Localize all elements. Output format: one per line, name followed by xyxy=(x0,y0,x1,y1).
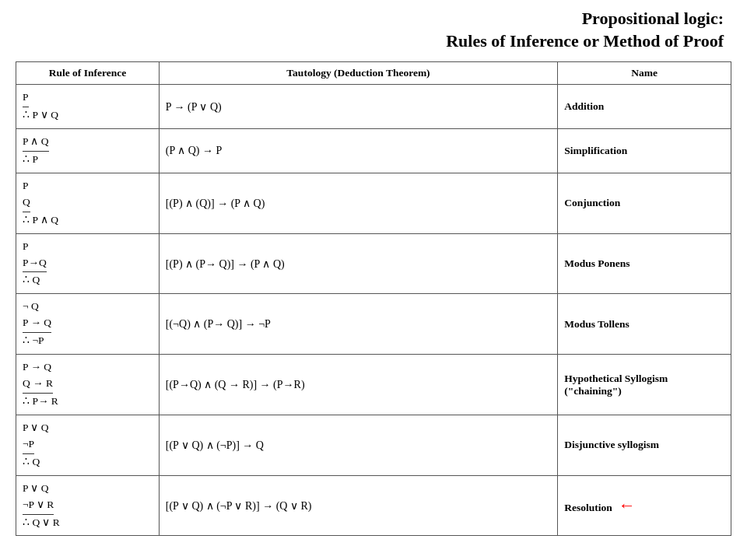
page-container: Propositional logic: Rules of Inference … xyxy=(0,0,747,551)
name-cell: Resolution← xyxy=(558,475,731,536)
name-cell: Modus Ponens xyxy=(558,233,731,294)
name-cell: Addition xyxy=(558,85,731,129)
taut-cell: [(P→Q) ∧ (Q → R)] → (P→R) xyxy=(159,355,557,415)
rule-cell: PQ∴ P ∧ Q xyxy=(16,173,160,233)
red-arrow-icon: ← xyxy=(619,495,636,516)
rule-cell: P ∧ Q∴ P xyxy=(16,129,160,173)
rule-cell: P ∨ Q¬P∴ Q xyxy=(16,415,160,475)
name-cell: Simplification xyxy=(558,129,731,173)
table-row: P∴ P ∨ QP → (P ∨ Q)Addition xyxy=(16,85,731,129)
taut-cell: P → (P ∨ Q) xyxy=(159,85,557,129)
table-row: P ∨ Q¬P ∨ R∴ Q ∨ R[(P ∨ Q) ∧ (¬P ∨ R)] →… xyxy=(16,475,731,536)
name-cell: Disjunctive syllogism xyxy=(558,415,731,475)
table-row: ¬ QP → Q∴ ¬P[(¬Q) ∧ (P→ Q)] → ¬PModus To… xyxy=(16,294,731,355)
page-title: Propositional logic: Rules of Inference … xyxy=(16,8,731,52)
taut-cell: [(P) ∧ (P→ Q)] → (P ∧ Q) xyxy=(159,233,557,294)
rule-cell: PP→Q∴ Q xyxy=(16,233,160,294)
rule-cell: ¬ QP → Q∴ ¬P xyxy=(16,294,160,355)
table-row: P ∨ Q¬P∴ Q[(P ∨ Q) ∧ (¬P)] → QDisjunctiv… xyxy=(16,415,731,475)
name-cell: Hypothetical Syllogism("chaining") xyxy=(558,355,731,415)
inference-table: Rule of Inference Tautology (Deduction T… xyxy=(16,61,731,536)
header-name: Name xyxy=(558,62,731,85)
title-line1: Propositional logic: xyxy=(582,9,724,28)
table-header-row: Rule of Inference Tautology (Deduction T… xyxy=(16,62,731,85)
name-cell: Modus Tollens xyxy=(558,294,731,355)
table-row: P ∧ Q∴ P(P ∧ Q) → PSimplification xyxy=(16,129,731,173)
name-cell: Conjunction xyxy=(558,173,731,233)
taut-cell: (P ∧ Q) → P xyxy=(159,129,557,173)
title-line2: Rules of Inference or Method of Proof xyxy=(446,31,724,51)
table-row: P → QQ → R∴ P→ R[(P→Q) ∧ (Q → R)] → (P→R… xyxy=(16,355,731,415)
rule-cell: P ∨ Q¬P ∨ R∴ Q ∨ R xyxy=(16,475,160,536)
taut-cell: [(P ∨ Q) ∧ (¬P ∨ R)] → (Q ∨ R) xyxy=(159,475,557,536)
table-row: PQ∴ P ∧ Q[(P) ∧ (Q)] → (P ∧ Q)Conjunctio… xyxy=(16,173,731,233)
rule-cell: P → QQ → R∴ P→ R xyxy=(16,355,160,415)
taut-cell: [(¬Q) ∧ (P→ Q)] → ¬P xyxy=(159,294,557,355)
header-taut: Tautology (Deduction Theorem) xyxy=(159,62,557,85)
rule-cell: P∴ P ∨ Q xyxy=(16,85,160,129)
taut-cell: [(P ∨ Q) ∧ (¬P)] → Q xyxy=(159,415,557,475)
header-rule: Rule of Inference xyxy=(16,62,160,85)
taut-cell: [(P) ∧ (Q)] → (P ∧ Q) xyxy=(159,173,557,233)
table-row: PP→Q∴ Q[(P) ∧ (P→ Q)] → (P ∧ Q)Modus Pon… xyxy=(16,233,731,294)
